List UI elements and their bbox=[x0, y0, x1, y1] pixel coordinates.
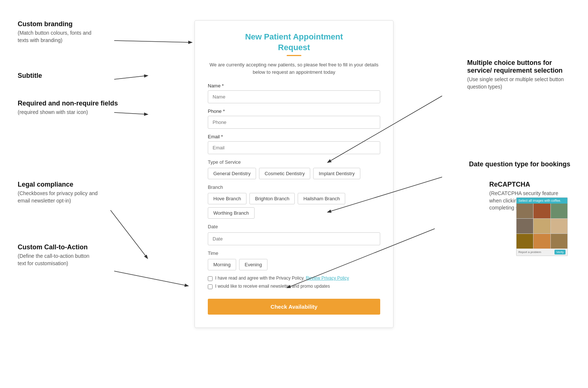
branch-label: Branch bbox=[208, 184, 380, 190]
email-label: Email * bbox=[208, 134, 380, 139]
annotation-custom-branding-title: Custom branding bbox=[18, 20, 99, 28]
service-btn-general[interactable]: General Dentistry bbox=[208, 168, 256, 179]
email-input[interactable] bbox=[208, 141, 380, 154]
annotation-multiple-choice: Multiple choice buttons for service/ req… bbox=[467, 59, 570, 90]
recaptcha-cell[interactable] bbox=[517, 204, 533, 218]
recaptcha-cell[interactable] bbox=[517, 219, 533, 233]
cta-button[interactable]: Check Availability bbox=[208, 299, 380, 315]
recaptcha-header: Select all images with coffee. bbox=[517, 198, 567, 204]
phone-field-group: Phone * bbox=[208, 108, 380, 129]
form-subtitle: We are currently accepting new patients,… bbox=[208, 61, 380, 76]
recaptcha-cell[interactable] bbox=[517, 234, 533, 249]
annotation-custom-branding: Custom branding (Match button colours, f… bbox=[18, 20, 99, 44]
recaptcha-cell[interactable] bbox=[551, 204, 567, 218]
recaptcha-cell[interactable] bbox=[551, 234, 567, 249]
annotation-required-title: Required and non-require fields bbox=[18, 100, 118, 107]
branch-field-group: Branch Hove Branch Brighton Branch Hails… bbox=[208, 184, 380, 219]
annotation-legal-desc: (Checkboxes for privacy policy and email… bbox=[18, 190, 99, 204]
newsletter-checkbox-row: I would like to receive email newsletter… bbox=[208, 284, 380, 289]
form-title: New Patient Appointment Request bbox=[208, 32, 380, 53]
time-btn-evening[interactable]: Evening bbox=[239, 259, 267, 270]
checkbox-group: I have read and agree with the Privacy P… bbox=[208, 276, 380, 289]
form-title-line1: New Patient Appointment bbox=[245, 32, 343, 41]
recaptcha-footer: Report a problem Verify bbox=[517, 249, 567, 256]
time-field-group: Time Morning Evening bbox=[208, 250, 380, 270]
recaptcha-cell[interactable] bbox=[533, 204, 550, 218]
annotation-required-desc: (required shown with star icon) bbox=[18, 109, 99, 116]
date-label: Date bbox=[208, 224, 380, 229]
branch-btn-hove[interactable]: Hove Branch bbox=[208, 193, 246, 204]
name-input[interactable] bbox=[208, 90, 380, 103]
date-input[interactable] bbox=[208, 232, 380, 245]
annotation-legal: Legal compliance (Checkboxes for privacy… bbox=[18, 181, 99, 204]
time-button-group: Morning Evening bbox=[208, 259, 380, 270]
svg-line-0 bbox=[114, 41, 192, 42]
privacy-policy-link[interactable]: Review Privacy Policy bbox=[306, 276, 349, 281]
branch-btn-hailsham[interactable]: Hailsham Branch bbox=[298, 193, 345, 204]
name-label: Name * bbox=[208, 83, 380, 89]
time-label: Time bbox=[208, 250, 380, 256]
service-field-group: Type of Service General Dentistry Cosmet… bbox=[208, 159, 380, 179]
newsletter-checkbox[interactable] bbox=[208, 284, 213, 289]
recaptcha-cell[interactable] bbox=[533, 219, 550, 233]
recaptcha-mock: Select all images with coffee. Report a … bbox=[516, 197, 568, 256]
recaptcha-verify-button[interactable]: Verify bbox=[554, 250, 566, 254]
annotation-subtitle: Subtitle bbox=[18, 72, 42, 81]
annotation-legal-title: Legal compliance bbox=[18, 181, 99, 188]
annotation-subtitle-title: Subtitle bbox=[18, 72, 42, 80]
service-btn-implant[interactable]: Implant Dentistry bbox=[313, 168, 360, 179]
time-btn-morning[interactable]: Morning bbox=[208, 259, 236, 270]
form-title-underline bbox=[287, 55, 301, 56]
privacy-checkbox-row: I have read and agree with the Privacy P… bbox=[208, 276, 380, 281]
email-field-group: Email * bbox=[208, 134, 380, 154]
annotation-cta-desc: (Define the call-to-action button text f… bbox=[18, 253, 99, 267]
annotation-mc-title: Multiple choice buttons for service/ req… bbox=[467, 59, 570, 75]
branch-button-group: Hove Branch Brighton Branch Hailsham Bra… bbox=[208, 193, 380, 219]
svg-line-4 bbox=[114, 271, 188, 286]
recaptcha-cell[interactable] bbox=[533, 234, 550, 249]
branch-btn-worthing[interactable]: Worthing Branch bbox=[208, 207, 255, 219]
recaptcha-grid bbox=[517, 204, 567, 249]
annotation-date: Date question type for bookings bbox=[469, 160, 570, 170]
annotation-mc-desc: (Use single select or multiple select bu… bbox=[467, 76, 570, 90]
service-btn-cosmetic[interactable]: Cosmetic Dentistry bbox=[259, 168, 310, 179]
branch-btn-brighton[interactable]: Brighton Branch bbox=[249, 193, 295, 204]
annotation-custom-branding-desc: (Match button colours, fonts and texts w… bbox=[18, 30, 99, 44]
phone-label: Phone * bbox=[208, 108, 380, 114]
annotation-cta: Custom Call-to-Action (Define the call-t… bbox=[18, 243, 99, 267]
name-field-group: Name * bbox=[208, 83, 380, 103]
newsletter-text: I would like to receive email newsletter… bbox=[215, 284, 330, 289]
service-label: Type of Service bbox=[208, 159, 380, 165]
phone-input[interactable] bbox=[208, 116, 380, 129]
service-button-group: General Dentistry Cosmetic Dentistry Imp… bbox=[208, 168, 380, 179]
appointment-form-card: New Patient Appointment Request We are c… bbox=[195, 20, 393, 328]
annotation-cta-title: Custom Call-to-Action bbox=[18, 243, 99, 251]
svg-line-1 bbox=[114, 76, 147, 79]
privacy-text: I have read and agree with the Privacy P… bbox=[215, 276, 349, 281]
annotation-date-title: Date question type for bookings bbox=[469, 160, 570, 168]
annotation-recaptcha-title: ReCAPTCHA bbox=[489, 181, 570, 188]
page-wrapper: Custom branding (Match button colours, f… bbox=[0, 0, 588, 388]
recaptcha-cell[interactable] bbox=[551, 219, 567, 233]
annotation-required-fields: Required and non-require fields (require… bbox=[18, 100, 118, 116]
date-field-group: Date bbox=[208, 224, 380, 245]
privacy-checkbox[interactable] bbox=[208, 276, 213, 281]
svg-line-3 bbox=[111, 210, 147, 258]
svg-line-2 bbox=[114, 112, 147, 114]
recaptcha-footer-text: Report a problem bbox=[518, 250, 541, 254]
form-title-line2: Request bbox=[278, 43, 310, 52]
